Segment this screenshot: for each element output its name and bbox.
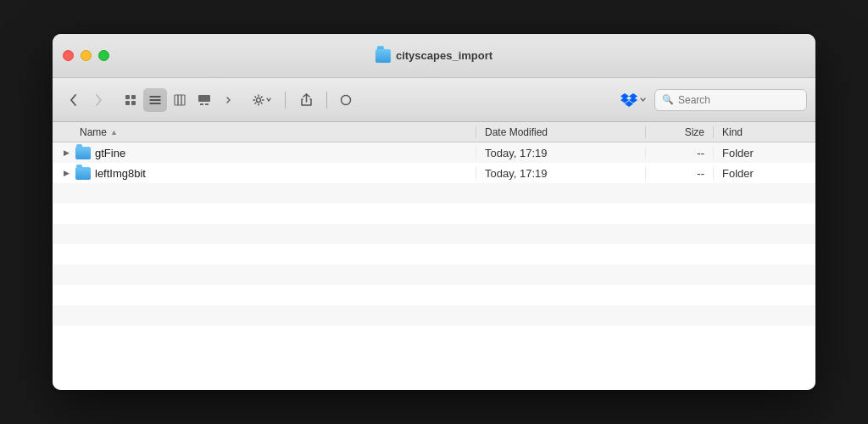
svg-rect-3 — [131, 101, 136, 105]
svg-rect-2 — [125, 101, 130, 105]
maximize-button[interactable] — [98, 50, 109, 61]
separator-1 — [285, 92, 286, 109]
col-header-date[interactable]: Date Modified — [476, 126, 646, 138]
file-name-cell: ▶ leftImg8bit — [53, 167, 476, 180]
empty-row — [53, 265, 815, 285]
empty-row — [53, 183, 815, 204]
tag-button[interactable] — [334, 88, 358, 112]
sort-arrow: ▲ — [110, 128, 118, 137]
empty-row — [53, 305, 815, 326]
col-header-kind[interactable]: Kind — [714, 126, 815, 138]
disclosure-arrow[interactable]: ▶ — [61, 148, 71, 158]
file-kind-cell: Folder — [714, 167, 815, 180]
svg-point-22 — [342, 95, 351, 104]
dropbox-button[interactable] — [615, 89, 651, 111]
forward-button[interactable] — [86, 88, 110, 112]
file-list: ▶ gtFine Today, 17:19 -- Folder ▶ leftIm… — [53, 142, 815, 390]
traffic-lights — [63, 50, 109, 61]
file-kind-cell: Folder — [714, 147, 815, 159]
svg-point-13 — [257, 98, 261, 102]
col-header-name[interactable]: Name ▲ — [53, 126, 476, 138]
back-button[interactable] — [61, 88, 85, 112]
file-size-cell: -- — [646, 167, 714, 180]
svg-line-19 — [261, 102, 263, 103]
file-size-cell: -- — [646, 147, 714, 159]
table-row[interactable]: ▶ leftImg8bit Today, 17:19 -- Folder — [53, 163, 815, 183]
folder-icon — [75, 147, 91, 159]
list-view-button[interactable] — [143, 88, 167, 112]
file-date-cell: Today, 17:19 — [476, 167, 646, 180]
search-input[interactable] — [678, 94, 799, 106]
col-header-size[interactable]: Size — [646, 126, 714, 138]
svg-rect-10 — [198, 95, 210, 102]
minimize-button[interactable] — [81, 50, 92, 61]
folder-icon — [75, 167, 91, 180]
dropbox-icon — [620, 92, 637, 108]
column-headers: Name ▲ Date Modified Size Kind — [53, 122, 815, 142]
svg-rect-12 — [205, 103, 209, 105]
share-button[interactable] — [292, 88, 320, 112]
empty-row — [53, 224, 815, 244]
view-options-chevron[interactable] — [217, 88, 241, 112]
close-button[interactable] — [63, 50, 74, 61]
window-title: cityscapes_import — [396, 49, 492, 62]
gallery-view-button[interactable] — [192, 88, 216, 112]
actions-button[interactable] — [246, 88, 278, 112]
svg-rect-0 — [125, 95, 130, 99]
title-area: cityscapes_import — [376, 49, 492, 63]
svg-rect-11 — [200, 103, 203, 105]
svg-line-18 — [255, 96, 257, 98]
icon-view-button[interactable] — [119, 88, 142, 112]
empty-row — [53, 204, 815, 224]
file-name-text: gtFine — [95, 147, 125, 159]
svg-rect-1 — [131, 95, 136, 99]
table-row[interactable]: ▶ gtFine Today, 17:19 -- Folder — [53, 142, 815, 163]
disclosure-arrow[interactable]: ▶ — [61, 168, 71, 178]
search-box: 🔍 — [654, 89, 807, 111]
folder-title-icon — [376, 49, 391, 63]
svg-line-20 — [261, 96, 263, 98]
view-button-group — [119, 88, 241, 112]
file-date-cell: Today, 17:19 — [476, 147, 646, 159]
titlebar: cityscapes_import — [53, 34, 815, 78]
toolbar: 🔍 — [53, 78, 815, 122]
finder-window: cityscapes_import — [53, 34, 815, 390]
nav-button-group — [61, 88, 110, 112]
file-name-text: leftImg8bit — [95, 167, 146, 180]
file-name-cell: ▶ gtFine — [53, 147, 476, 159]
svg-rect-9 — [175, 95, 185, 105]
column-view-button[interactable] — [168, 88, 192, 112]
separator-2 — [326, 92, 327, 109]
svg-line-21 — [255, 102, 257, 103]
empty-row — [53, 285, 815, 305]
search-icon: 🔍 — [662, 94, 674, 105]
empty-row — [53, 244, 815, 265]
